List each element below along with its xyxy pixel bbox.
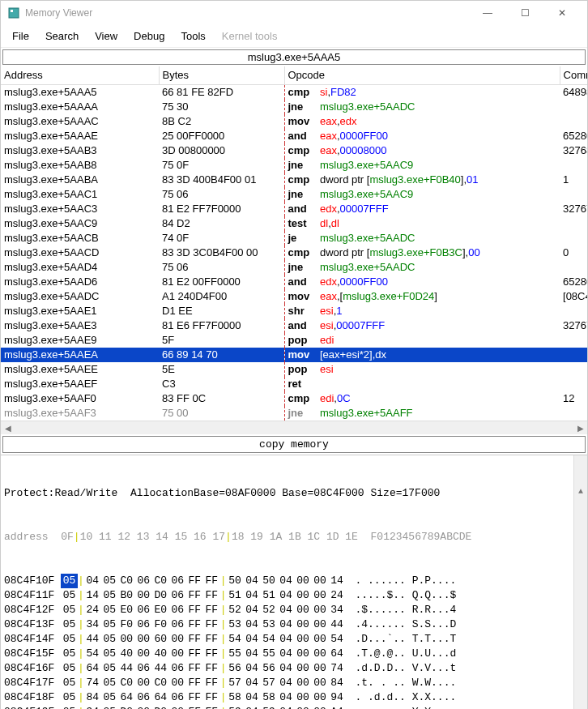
- hex-col-header: address 0F|10 11 12 13 14 15 16 17|18 19…: [4, 530, 584, 545]
- col-comment[interactable]: Comment: [560, 66, 587, 85]
- disasm-row[interactable]: mslug3.exe+5AAE1D1 EEshresi,1: [1, 304, 587, 318]
- disasm-row[interactable]: mslug3.exe+5AAB875 0Fjnemslug3.exe+5AAC9: [1, 158, 587, 173]
- hex-row[interactable]: 08C4F15F05|54 05 40 00 40 00 FF FF|55 04…: [4, 647, 584, 661]
- disasm-row[interactable]: mslug3.exe+5AAAA75 30jnemslug3.exe+5AADC: [1, 100, 587, 114]
- col-address[interactable]: Address: [1, 66, 159, 85]
- disasm-row[interactable]: mslug3.exe+5AAAE25 00FF0000andeax,0000FF…: [1, 129, 587, 143]
- copy-memory-button[interactable]: copy memory: [2, 436, 586, 453]
- disasm-row[interactable]: mslug3.exe+5AAB33D 00800000cmpeax,000080…: [1, 143, 587, 158]
- svg-rect-1: [11, 10, 13, 12]
- hex-vscrollbar[interactable]: ▲: [573, 455, 587, 709]
- minimize-button[interactable]: —: [469, 7, 506, 19]
- menu-debug[interactable]: Debug: [126, 27, 173, 45]
- hex-row[interactable]: 08C4F13F05|34 05 F0 06 F0 06 FF FF|53 04…: [4, 617, 584, 632]
- menu-kernel-tools[interactable]: Kernel tools: [214, 27, 286, 45]
- disasm-row[interactable]: mslug3.exe+5AADCA1 240D4F00moveax,[mslug…: [1, 289, 587, 304]
- menu-view[interactable]: View: [87, 27, 126, 45]
- hex-row[interactable]: 08C4F11F05|14 05 B0 00 D0 06 FF FF|51 04…: [4, 588, 584, 603]
- disasm-row[interactable]: mslug3.exe+5AABA83 3D 400B4F00 01cmpdwor…: [1, 173, 587, 187]
- scroll-left-icon[interactable]: ◀: [1, 424, 15, 433]
- hex-row[interactable]: 08C4F12F05|24 05 E0 06 E0 06 FF FF|52 04…: [4, 603, 584, 617]
- disasm-row[interactable]: mslug3.exe+5AAF375 00jnemslug3.exe+5AAFF: [1, 406, 587, 421]
- hex-row[interactable]: 08C4F16F05|64 05 44 06 44 06 FF FF|56 04…: [4, 661, 584, 676]
- disasm-row[interactable]: mslug3.exe+5AAD681 E2 00FF0000andedx,000…: [1, 275, 587, 289]
- hex-row[interactable]: 08C4F10F05|04 05 C0 06 C0 06 FF FF|50 04…: [4, 574, 584, 588]
- app-icon: [7, 6, 20, 19]
- maximize-button[interactable]: ☐: [506, 7, 543, 19]
- hex-row[interactable]: 08C4F14F05|44 05 00 00 60 00 FF FF|54 04…: [4, 632, 584, 647]
- disasm-row[interactable]: mslug3.exe+5AAEFC3ret: [1, 377, 587, 391]
- disasm-row[interactable]: mslug3.exe+5AAE381 E6 FF7F0000andesi,000…: [1, 318, 587, 333]
- menu-search[interactable]: Search: [37, 27, 87, 45]
- hex-row[interactable]: 08C4F19F05|94 05 D0 00 D0 00 FF FF|59 04…: [4, 705, 584, 709]
- disasm-row[interactable]: mslug3.exe+5AAC175 06jnemslug3.exe+5AAC9: [1, 187, 587, 202]
- scroll-right-icon[interactable]: ▶: [573, 424, 587, 433]
- menubar: FileSearchViewDebugToolsKernel tools: [1, 25, 587, 48]
- disasm-row[interactable]: mslug3.exe+5AAAC8B C2moveax,edx: [1, 114, 587, 129]
- svg-rect-0: [9, 8, 19, 18]
- disasm-row[interactable]: mslug3.exe+5AAE95Fpopedi: [1, 333, 587, 348]
- disasm-row[interactable]: mslug3.exe+5AAEE5Epopesi: [1, 362, 587, 377]
- disasm-row[interactable]: mslug3.exe+5AAC984 D2testdl,dl: [1, 216, 587, 231]
- menu-tools[interactable]: Tools: [173, 27, 213, 45]
- col-opcode[interactable]: Opcode: [284, 66, 560, 85]
- disasm-row[interactable]: mslug3.exe+5AACD83 3D 3C0B4F00 00cmpdwor…: [1, 246, 587, 260]
- scroll-up-icon[interactable]: ▲: [574, 485, 587, 498]
- menu-file[interactable]: File: [4, 27, 37, 45]
- disasm-hscrollbar[interactable]: ◀ ▶: [1, 421, 587, 434]
- hex-protect-line: Protect:Read/Write AllocationBase=08AF00…: [4, 486, 584, 501]
- hex-row[interactable]: 08C4F18F05|84 05 64 06 64 06 FF FF|58 04…: [4, 690, 584, 705]
- hex-row[interactable]: 08C4F17F05|74 05 C0 00 C0 00 FF FF|57 04…: [4, 676, 584, 690]
- hex-panel[interactable]: Protect:Read/Write AllocationBase=08AF00…: [1, 455, 587, 709]
- col-bytes[interactable]: Bytes: [159, 66, 284, 85]
- close-button[interactable]: ✕: [543, 7, 581, 19]
- disasm-row[interactable]: mslug3.exe+5AAEA66 89 14 70mov[eax+esi*2…: [1, 348, 587, 362]
- disasm-row[interactable]: mslug3.exe+5AAA566 81 FE 82FDcmpsi,FD826…: [1, 85, 587, 100]
- address-input[interactable]: mslug3.exe+5AAA5: [2, 49, 586, 65]
- disasm-row[interactable]: mslug3.exe+5AACB74 0Fjemslug3.exe+5AADC: [1, 231, 587, 246]
- disasm-row[interactable]: mslug3.exe+5AAD475 06jnemslug3.exe+5AADC: [1, 260, 587, 275]
- disassembly-panel[interactable]: Address Bytes Opcode Comment mslug3.exe+…: [1, 66, 587, 421]
- disasm-row[interactable]: mslug3.exe+5AAC381 E2 FF7F0000andedx,000…: [1, 202, 587, 216]
- window-title: Memory Viewer: [25, 7, 92, 19]
- titlebar: Memory Viewer — ☐ ✕: [1, 1, 587, 25]
- disasm-row[interactable]: mslug3.exe+5AAF083 FF 0Ccmpedi,0C12: [1, 391, 587, 406]
